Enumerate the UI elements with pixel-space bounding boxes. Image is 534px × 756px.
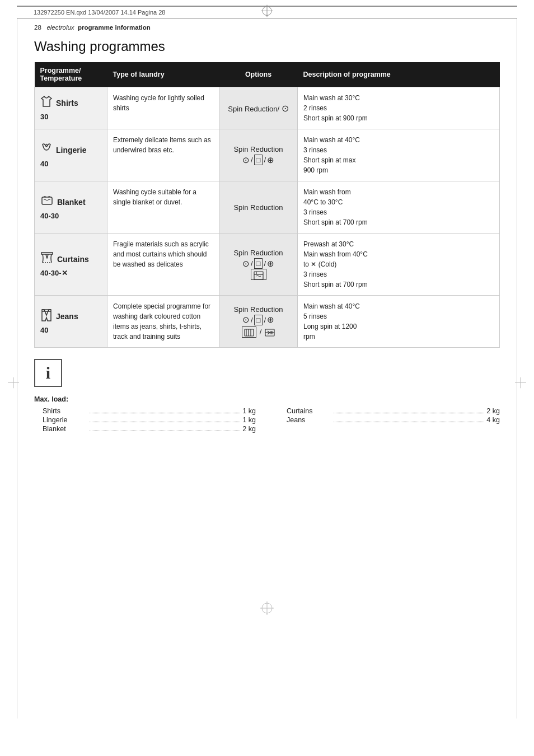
curtains-label: Curtains [57,255,89,264]
spin-icon-curtains: ⊙ [242,259,250,269]
blanket-temp: 40-30 [40,212,59,220]
left-margin-crosshair [8,377,19,390]
programme-cell-jeans: Jeans 40 [35,296,107,348]
curtains-load-name: Curtains [287,407,331,415]
top-crosshair-icon [261,5,273,20]
spin-icon-jeans: ⊙ [242,315,250,325]
load-item-blanket: Blanket 2 kg [34,424,256,433]
load-item-shirts: Shirts 1 kg [34,407,256,416]
content-area: 28 electrolux programme information Wash… [17,18,517,718]
brand-name: electrolux [46,24,74,31]
blanket-laundry-desc: Washing cycle suitable for a single blan… [107,181,219,234]
curtains-options: Spin Reduction ⊙ / □ / ⊕ [219,234,298,296]
dots-jeans [334,422,484,422]
blanket-load-value: 2 kg [242,425,256,433]
circle-fill-icon-jeans: ⊕ [267,315,274,325]
jeans-description: Main wash at 40°C5 rinsesLong spin at 12… [298,296,500,348]
prewash-icon [251,269,266,280]
jeans-icon [40,309,53,324]
table-row: Curtains 40-30-✕ Fragile materials such … [35,234,500,296]
load-item-curtains: Curtains 2 kg [278,407,500,416]
curtains-temp: 40-30-✕ [40,269,68,277]
shirts-load-name: Shirts [43,407,87,415]
jeans-options: Spin Reduction ⊙ / □ / ⊕ [219,296,298,348]
load-item-jeans: Jeans 4 kg [278,416,500,424]
blanket-options: Spin Reduction [219,181,298,234]
shirts-load-value: 1 kg [242,407,256,415]
lingerie-load-value: 1 kg [242,416,256,424]
programme-cell-shirts: Shirts 30 [35,87,107,129]
circle-fill-icon: ⊕ [267,155,274,165]
circle-fill-icon-curtains: ⊕ [267,259,274,269]
lingerie-icon [40,142,53,157]
col-header-description: Description of programme [298,62,500,87]
blanket-description: Main wash from40°C to 30°C3 rinsesShort … [298,181,500,234]
spin-icon: ⊙ [242,155,250,165]
table-row: Shirts 30 Washing cycle for lightly soil… [35,87,500,129]
jeans-load-name: Jeans [287,416,331,424]
shirts-temp: 30 [40,113,48,121]
shirts-label: Shirts [56,99,78,108]
blanket-label: Blanket [57,198,86,207]
right-margin-crosshair [515,377,526,390]
dots-shirts [90,413,240,413]
bottom-crosshair-icon [260,601,274,615]
curtains-laundry-desc: Fragile materials such as acrylic and mo… [107,234,219,296]
section-name: programme information [78,24,151,31]
load-columns: Shirts 1 kg Lingerie 1 kg Blanket 2 kg [34,407,500,433]
shirts-options: Spin Reduction/ ⊙ [219,87,298,129]
lingerie-temp: 40 [40,160,48,168]
lingerie-description: Main wash at 40°C3 rinsesShort spin at m… [298,129,500,181]
blanket-load-name: Blanket [43,425,87,433]
dots-blanket [90,431,240,431]
load-item-lingerie: Lingerie 1 kg [34,416,256,424]
col-header-programme: Programme/ Temperature [35,62,107,87]
jeans-label: Jeans [56,312,78,321]
jeans-load-value: 4 kg [486,416,500,424]
load-info-section: Max. load: Shirts 1 kg Lingerie 1 kg [34,395,500,433]
lingerie-laundry-desc: Extremely delicate items such as underwi… [107,129,219,181]
jeans-temp: 40 [40,326,48,334]
svg-rect-13 [245,329,254,336]
extra-rinse-icon-jeans [242,326,256,338]
section-title: Washing programmes [34,39,500,54]
max-load-title: Max. load: [34,395,500,403]
bottom-crosshair-area [34,601,500,617]
file-info: 132972250 EN.qxd 13/04/2007 14.14 Pagina… [34,9,165,16]
page-number: 28 [34,24,41,31]
svg-rect-6 [254,272,263,279]
jeans-laundry-desc: Complete special programme for washing d… [107,296,219,348]
square-icon: □ [254,155,263,165]
table-row: Blanket 40-30 Washing cycle suitable for… [35,181,500,234]
lingerie-options: Spin Reduction ⊙ / □ / ⊕ [219,129,298,181]
programme-cell-curtains: Curtains 40-30-✕ [35,234,107,296]
washing-table: Programme/ Temperature Type of laundry O… [34,62,500,348]
dots-curtains [334,413,484,413]
page-container: 132972250 EN.qxd 13/04/2007 14.14 Pagina… [0,6,534,756]
table-row: Jeans 40 Complete special programme for … [35,296,500,348]
curtains-icon [40,251,54,267]
load-column-left: Shirts 1 kg Lingerie 1 kg Blanket 2 kg [34,407,256,433]
col-header-laundry: Type of laundry [107,62,219,87]
lingerie-load-name: Lingerie [43,416,87,424]
square-icon-curtains: □ [254,258,263,269]
curtains-description: Prewash at 30°CMain wash from 40°Cto ✕ (… [298,234,500,296]
table-row: Lingerie 40 Extremely delicate items suc… [35,129,500,181]
page-number-line: 28 electrolux programme information [34,18,500,34]
square-icon-jeans: □ [254,315,263,325]
dots-lingerie [90,422,240,422]
svg-rect-4 [41,253,53,254]
programme-cell-lingerie: Lingerie 40 [35,129,107,181]
lingerie-label: Lingerie [56,146,86,155]
load-column-right: Curtains 2 kg Jeans 4 kg [278,407,500,433]
programme-cell-blanket: Blanket 40-30 [35,181,107,234]
info-box: i [34,359,62,387]
shirts-laundry-desc: Washing cycle for lightly soiled shirts [107,87,219,129]
col-header-options: Options [219,62,298,87]
top-strip: 132972250 EN.qxd 13/04/2007 14.14 Pagina… [17,6,517,18]
fast-wash-icon-jeans [265,328,275,337]
shirts-description: Main wash at 30°C2 rinsesShort spin at 9… [298,87,500,129]
blanket-icon [40,194,54,209]
curtains-load-value: 2 kg [486,407,500,415]
info-icon: i [46,363,50,382]
